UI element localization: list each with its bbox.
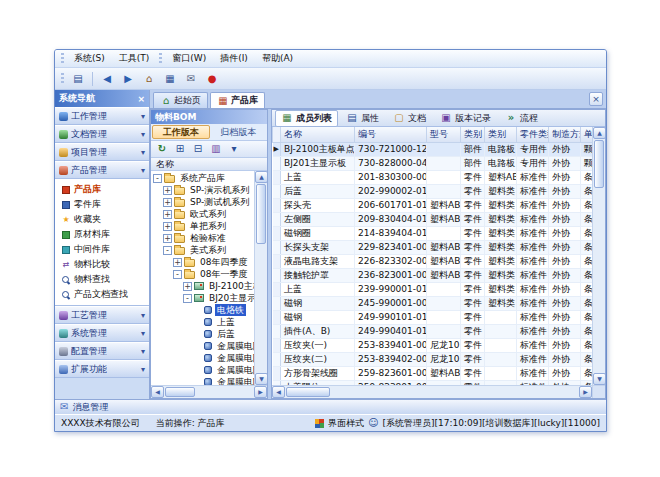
nav-item[interactable]: 物料查找	[55, 272, 149, 287]
menu-item[interactable]: 窗口(W)	[165, 51, 213, 66]
table-row[interactable]: 上盖201-830300-00E零件塑料ABS标准件外协条	[273, 170, 593, 184]
tree-expander[interactable]: +	[183, 282, 192, 291]
scroll-left-button[interactable]: ◀	[151, 386, 164, 398]
nav-item[interactable]: 零件库	[55, 197, 149, 212]
column-header[interactable]: 单位	[581, 127, 593, 142]
tree-node[interactable]: +SP-测试机系列	[151, 196, 254, 208]
close-icon[interactable]: ×	[137, 94, 145, 104]
nav-item[interactable]: 收藏夹	[55, 212, 149, 227]
nav-section[interactable]: 配置管理▾	[55, 342, 149, 360]
tree-node[interactable]: 金属膜电阻器	[151, 376, 254, 385]
tree-node[interactable]: -系统产品库	[151, 172, 254, 184]
nav-item[interactable]: 原材料库	[55, 227, 149, 242]
scroll-thumb[interactable]	[594, 140, 604, 188]
table-row[interactable]: 磁钢245-990001-00E零件塑料类标准件外协条	[273, 296, 593, 310]
table-row[interactable]: ▶BJ-2100主板单点730-721000-12E部件电路板专用件外协颗	[273, 142, 593, 156]
tree-node[interactable]: +08年四季度	[151, 256, 254, 268]
view-button[interactable]	[208, 142, 224, 156]
tree-expander[interactable]: +	[163, 222, 172, 231]
toolbar-grip[interactable]	[61, 53, 64, 64]
scroll-track[interactable]	[593, 189, 605, 373]
tree-column-header[interactable]: 名称	[151, 158, 267, 171]
remove-button[interactable]	[190, 142, 206, 156]
table-row[interactable]: 压纹夹(一)253-839401-00E尼龙1010零件标准件外协条	[273, 338, 593, 352]
document-tab[interactable]: 产品库	[210, 92, 265, 108]
bom-version-tab[interactable]: 归档版本	[211, 125, 267, 139]
column-header[interactable]: 制造方式	[549, 127, 581, 142]
tree-node[interactable]: +检验标准	[151, 232, 254, 244]
tree-expander[interactable]: +	[163, 210, 172, 219]
close-tab-button[interactable]: ×	[589, 92, 603, 106]
tree-node[interactable]: 金属膜电阻器	[151, 352, 254, 364]
tree-node[interactable]: +欧式系列	[151, 208, 254, 220]
scroll-down-button[interactable]: ▼	[593, 373, 605, 385]
column-header[interactable]: 编号	[355, 127, 427, 142]
table-row[interactable]: 上盖239-990001-01E零件塑料类标准件外协条	[273, 282, 593, 296]
tree-expander[interactable]: +	[163, 198, 172, 207]
table-row[interactable]: 后盖202-990002-01E零件塑料类标准件外协条	[273, 184, 593, 198]
scroll-thumb[interactable]	[165, 387, 195, 397]
tree-node[interactable]: +BJ-2100主板单点	[151, 280, 254, 292]
tree-expander[interactable]: +	[173, 258, 182, 267]
document-tab[interactable]: 起始页	[153, 92, 208, 108]
nav-item[interactable]: 产品文档查找	[55, 287, 149, 302]
menu-item[interactable]: 插件(I)	[213, 51, 255, 66]
nav-section[interactable]: 项目管理▾	[55, 143, 149, 161]
table-row[interactable]: BJ201主显示板730-828000-04E部件电路板专用件外协颗	[273, 156, 593, 170]
tree-node[interactable]: 上盖	[151, 316, 254, 328]
toolbar-grip[interactable]	[159, 53, 162, 64]
table-row[interactable]: 插件(A、B)249-990401-01E零件标准件外协条	[273, 324, 593, 338]
dropdown-button[interactable]	[226, 142, 242, 156]
table-row[interactable]: 液晶电路支架226-823302-00E塑料ABS零件塑料类标准件外协条	[273, 254, 593, 268]
mail-button[interactable]	[181, 70, 201, 88]
tree-node[interactable]: -BJ20主显示板	[151, 292, 254, 304]
tree-node[interactable]: 金属膜电阻器	[151, 340, 254, 352]
table-row[interactable]: 长探头支架229-823401-00E塑料ABS零件塑料类标准件外协条	[273, 240, 593, 254]
tree-node[interactable]: +单把系列	[151, 220, 254, 232]
column-header[interactable]: 名称	[281, 127, 355, 142]
column-header[interactable]: 类别	[485, 127, 517, 142]
column-header[interactable]: 类别	[461, 127, 485, 142]
detail-tab[interactable]: 文档	[387, 110, 432, 127]
forward-button[interactable]	[118, 70, 138, 88]
scroll-track[interactable]	[331, 386, 579, 398]
table-row[interactable]: 方形骨架线圈259-823601-00E塑料ABS零件标准件外协条	[273, 366, 593, 380]
ui-style-label[interactable]: 界面样式	[328, 417, 364, 430]
detail-tab[interactable]: 属性	[340, 110, 385, 127]
refresh-button[interactable]	[154, 142, 170, 156]
nav-section[interactable]: 扩展功能▾	[55, 360, 149, 378]
nav-item[interactable]: 物料比较	[55, 257, 149, 272]
table-row[interactable]: 左侧圈209-830404-01E塑料ABS零件塑料类标准件外协条	[273, 212, 593, 226]
table-horizontal-scrollbar[interactable]: ◀ ▶	[272, 386, 592, 398]
nav-section[interactable]: 工作管理▾	[55, 107, 149, 125]
tree-vertical-scrollbar[interactable]: ▲ ▼	[254, 171, 267, 385]
nav-section[interactable]: 系统管理▾	[55, 324, 149, 342]
scroll-right-button[interactable]: ▶	[579, 386, 592, 398]
tree-expander[interactable]: -	[183, 294, 192, 303]
nav-item[interactable]: 中间件库	[55, 242, 149, 257]
table-vertical-scrollbar[interactable]: ▲ ▼	[592, 127, 605, 385]
nav-section[interactable]: 产品管理▾	[55, 161, 149, 179]
nav-item[interactable]: 产品库	[55, 182, 149, 197]
scroll-up-button[interactable]: ▲	[255, 171, 267, 183]
tree-node[interactable]: +SP-演示机系列	[151, 184, 254, 196]
new-button[interactable]	[68, 70, 88, 88]
tree-expander[interactable]: +	[163, 186, 172, 195]
nav-section[interactable]: 工艺管理▾	[55, 306, 149, 324]
tree-expander[interactable]: -	[173, 270, 182, 279]
toolbar-grip[interactable]	[61, 73, 64, 84]
column-header[interactable]: 型号	[427, 127, 461, 142]
tree-node[interactable]: 金属膜电阻器	[151, 364, 254, 376]
table-row[interactable]: 磁钢圈214-839404-01E零件塑料类标准件外协条	[273, 226, 593, 240]
tree-node[interactable]: 后盖	[151, 328, 254, 340]
tree-expander[interactable]: +	[163, 234, 172, 243]
scroll-right-button[interactable]: ▶	[254, 386, 267, 398]
home-button[interactable]	[139, 70, 159, 88]
nav-section[interactable]: 文档管理▾	[55, 125, 149, 143]
record-button[interactable]	[202, 70, 222, 88]
menu-item[interactable]: 帮助(A)	[255, 51, 300, 66]
scroll-thumb[interactable]	[286, 387, 330, 397]
tree-expander[interactable]: -	[153, 174, 162, 183]
detail-tab[interactable]: 成员列表	[275, 110, 338, 127]
scroll-thumb[interactable]	[256, 184, 266, 244]
